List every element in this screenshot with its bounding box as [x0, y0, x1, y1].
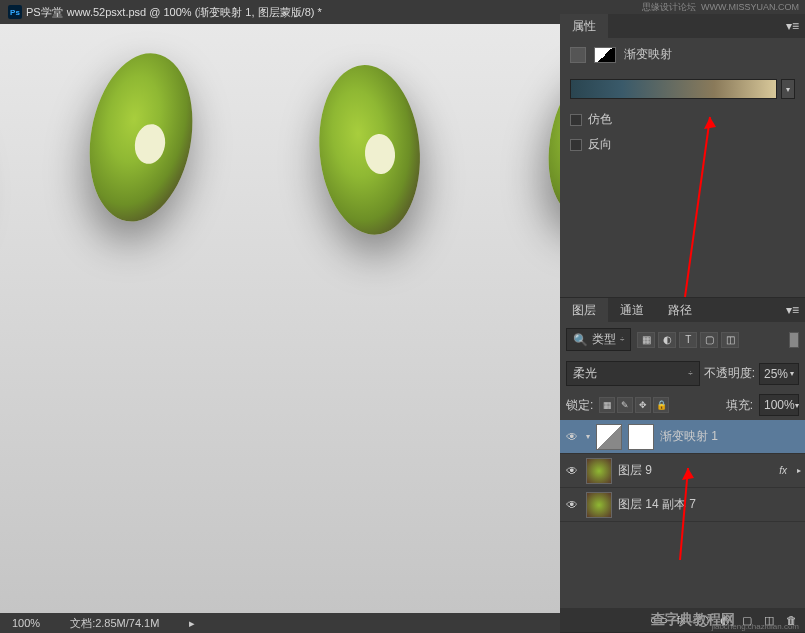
lock-label: 锁定:: [566, 397, 593, 414]
panel-menu-icon[interactable]: ▾≡: [780, 14, 805, 38]
layers-panel-menu-icon[interactable]: ▾≡: [780, 298, 805, 322]
fill-input[interactable]: 100%▾: [759, 394, 799, 416]
status-chevron[interactable]: ▸: [189, 617, 195, 630]
layer-name[interactable]: 渐变映射 1: [660, 428, 718, 445]
fill-label: 填充:: [726, 397, 753, 414]
layer-mask-thumbnail[interactable]: [628, 424, 654, 450]
filter-type-icon[interactable]: T: [679, 332, 697, 348]
gradient-preview[interactable]: [570, 79, 777, 99]
doc-info: 文档:2.85M/74.1M: [70, 616, 159, 631]
lock-all-icon[interactable]: 🔒: [653, 397, 669, 413]
gradient-dropdown[interactable]: ▾: [781, 79, 795, 99]
layer-row[interactable]: 👁 ▾ 渐变映射 1: [560, 420, 805, 454]
svg-line-2: [680, 468, 688, 560]
tab-layers[interactable]: 图层: [560, 298, 608, 322]
adjustment-type-icon: [570, 47, 586, 63]
chevron-down-icon[interactable]: ▾: [586, 432, 590, 441]
tab-channels[interactable]: 通道: [608, 298, 656, 322]
new-layer-icon[interactable]: ◫: [759, 611, 779, 629]
delete-layer-icon[interactable]: 🗑: [781, 611, 801, 629]
layer-thumbnail[interactable]: [596, 424, 622, 450]
visibility-icon[interactable]: 👁: [564, 464, 580, 478]
group-icon[interactable]: ▢: [737, 611, 757, 629]
opacity-input[interactable]: 25%▾: [759, 363, 799, 385]
lock-image-icon[interactable]: ✎: [617, 397, 633, 413]
layers-footer: ⊂⊃ fx ◯ ◐ ▢ ◫ 🗑: [560, 608, 805, 632]
opacity-label: 不透明度:: [704, 365, 755, 382]
layer-fx-badge[interactable]: fx: [779, 465, 791, 476]
adjustment-layer-icon[interactable]: ◐: [715, 611, 735, 629]
document-tab[interactable]: Ps PS学堂 www.52psxt.psd @ 100% (渐变映射 1, 图…: [8, 5, 322, 20]
blend-mode-select[interactable]: 柔光÷: [566, 361, 700, 386]
layer-name[interactable]: 图层 9: [618, 462, 652, 479]
layers-panel: 图层 通道 路径 ▾≡ 🔍 类型 ÷ ▦ ◐ T ▢ ◫: [560, 298, 805, 633]
kiwi-artwork: [0, 24, 560, 384]
lock-position-icon[interactable]: ✥: [635, 397, 651, 413]
adjustment-name: 渐变映射: [624, 46, 672, 63]
properties-panel: 属性 ▾≡ 渐变映射 ▾ 仿色 反向: [560, 14, 805, 298]
canvas[interactable]: [0, 24, 560, 613]
properties-tab[interactable]: 属性: [560, 14, 608, 38]
dither-label: 仿色: [588, 111, 612, 128]
layer-filter-type[interactable]: 🔍 类型 ÷: [566, 328, 631, 351]
svg-marker-3: [682, 468, 694, 480]
layers-list[interactable]: 👁 ▾ 渐变映射 1 👁 图层 9 fx ▸ 👁 图层 14 副本 7: [560, 420, 805, 608]
chevron-right-icon[interactable]: ▸: [797, 466, 801, 475]
filter-smart-icon[interactable]: ◫: [721, 332, 739, 348]
reverse-label: 反向: [588, 136, 612, 153]
annotation-arrow-2: [670, 460, 700, 570]
search-icon: 🔍: [573, 333, 588, 347]
status-bar: 100% 文档:2.85M/74.1M ▸: [0, 613, 560, 633]
layer-thumbnail[interactable]: [586, 458, 612, 484]
watermark-top: 思缘设计论坛 WWW.MISSYUAN.COM: [560, 0, 805, 14]
filter-toggle[interactable]: [789, 332, 799, 348]
dither-checkbox[interactable]: [570, 114, 582, 126]
document-tab-bar: Ps PS学堂 www.52psxt.psd @ 100% (渐变映射 1, 图…: [0, 0, 560, 24]
filter-adjustment-icon[interactable]: ◐: [658, 332, 676, 348]
tab-filename: www.52psxt.psd @ 100% (渐变映射 1, 图层蒙版/8) *: [67, 5, 322, 20]
filter-shape-icon[interactable]: ▢: [700, 332, 718, 348]
gradient-map-icon: [594, 47, 616, 63]
layer-style-icon[interactable]: fx: [671, 611, 691, 629]
zoom-level[interactable]: 100%: [12, 617, 40, 629]
lock-transparent-icon[interactable]: ▦: [599, 397, 615, 413]
ps-icon: Ps: [8, 5, 22, 19]
layer-mask-icon[interactable]: ◯: [693, 611, 713, 629]
reverse-checkbox[interactable]: [570, 139, 582, 151]
tab-prefix: PS学堂: [26, 5, 63, 20]
layer-thumbnail[interactable]: [586, 492, 612, 518]
link-layers-icon[interactable]: ⊂⊃: [649, 611, 669, 629]
filter-pixel-icon[interactable]: ▦: [637, 332, 655, 348]
tab-paths[interactable]: 路径: [656, 298, 704, 322]
visibility-icon[interactable]: 👁: [564, 498, 580, 512]
visibility-icon[interactable]: 👁: [564, 430, 580, 444]
